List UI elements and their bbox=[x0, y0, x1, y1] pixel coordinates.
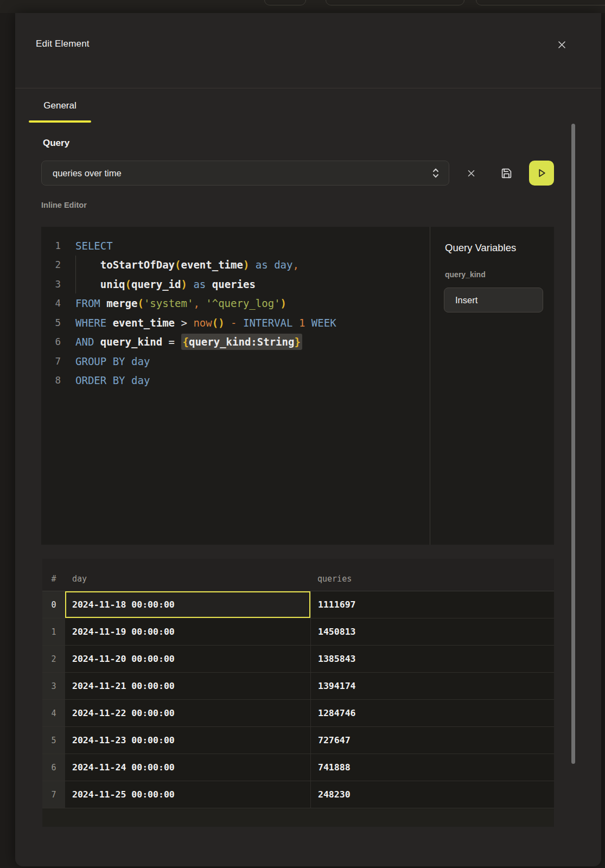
row-index: 6 bbox=[42, 754, 65, 781]
table-row: 12024-11-19 00:00:001450813 bbox=[42, 618, 554, 646]
table-row: 42024-11-22 00:00:001284746 bbox=[42, 700, 554, 727]
code-line-content: toStartOfDay(event_time) as day, bbox=[75, 259, 299, 271]
query-variables-title: Query Variables bbox=[445, 242, 516, 254]
row-index: 0 bbox=[42, 591, 65, 618]
line-number: 2 bbox=[41, 259, 61, 270]
cell-queries[interactable]: 741888 bbox=[310, 754, 554, 781]
cell-queries[interactable]: 1450813 bbox=[310, 618, 554, 645]
table-row: 62024-11-24 00:00:00741888 bbox=[42, 754, 554, 781]
code-line-7: 7GROUP BY day bbox=[41, 352, 430, 371]
code-line-1: 1SELECT bbox=[41, 236, 430, 256]
row-index: 3 bbox=[42, 673, 65, 699]
line-number: 3 bbox=[41, 279, 61, 290]
cell-day[interactable]: 2024-11-25 00:00:00 bbox=[65, 781, 310, 808]
table-header: # day queries bbox=[42, 559, 554, 591]
insert-variable-button[interactable]: Insert bbox=[444, 288, 543, 312]
row-index: 2 bbox=[42, 646, 65, 672]
background-topbar bbox=[0, 0, 605, 13]
save-query-button[interactable] bbox=[497, 164, 515, 182]
code-line-content: GROUP BY day bbox=[75, 355, 150, 367]
variable-name-label: query_kind bbox=[445, 270, 486, 279]
cell-day[interactable]: 2024-11-18 00:00:00 bbox=[65, 591, 310, 618]
modal-title: Edit Element bbox=[36, 39, 90, 49]
code-line-content: ORDER BY day bbox=[75, 374, 150, 386]
save-floppy-icon bbox=[501, 168, 512, 179]
row-index: 1 bbox=[42, 618, 65, 645]
cell-queries[interactable]: 248230 bbox=[310, 781, 554, 808]
code-line-content: FROM merge('system', '^query_log') bbox=[75, 297, 286, 309]
row-index: 7 bbox=[42, 781, 65, 808]
background-control-outline bbox=[326, 0, 464, 5]
query-select-value: queries over time bbox=[53, 168, 431, 178]
vertical-scrollbar[interactable] bbox=[571, 124, 575, 764]
cell-day[interactable]: 2024-11-21 00:00:00 bbox=[65, 673, 310, 699]
chevron-updown-icon bbox=[431, 168, 440, 178]
code-line-3: 3 uniq(query_id) as queries bbox=[41, 275, 430, 294]
code-line-content: SELECT bbox=[75, 240, 113, 252]
column-header-day[interactable]: day bbox=[65, 574, 310, 584]
table-row: 32024-11-21 00:00:001394174 bbox=[42, 673, 554, 700]
code-lines: 1SELECT2 toStartOfDay(event_time) as day… bbox=[41, 236, 430, 390]
line-number: 8 bbox=[41, 375, 61, 386]
table-row: 02024-11-18 00:00:001111697 bbox=[42, 591, 554, 618]
tab-general[interactable]: General bbox=[29, 100, 91, 111]
column-header-queries[interactable]: queries bbox=[310, 574, 554, 584]
cell-day[interactable]: 2024-11-19 00:00:00 bbox=[65, 618, 310, 645]
tab-active-underline bbox=[29, 120, 91, 123]
inline-editor-label: Inline Editor bbox=[41, 201, 87, 209]
query-variables-panel: Query Variables query_kind Insert bbox=[430, 227, 554, 545]
cell-queries[interactable]: 1111697 bbox=[310, 591, 554, 618]
code-line-8: 8ORDER BY day bbox=[41, 371, 430, 391]
background-control-outline bbox=[264, 0, 306, 5]
cell-day[interactable]: 2024-11-23 00:00:00 bbox=[65, 727, 310, 754]
line-number: 1 bbox=[41, 240, 61, 251]
column-header-index: # bbox=[42, 574, 65, 584]
edit-element-modal: Edit Element General Query queries over … bbox=[15, 13, 601, 866]
code-line-2: 2 toStartOfDay(event_time) as day, bbox=[41, 256, 430, 275]
cell-day[interactable]: 2024-11-22 00:00:00 bbox=[65, 700, 310, 726]
clear-query-button[interactable] bbox=[463, 165, 479, 181]
cell-day[interactable]: 2024-11-20 00:00:00 bbox=[65, 646, 310, 672]
play-icon bbox=[536, 168, 547, 178]
close-icon bbox=[558, 41, 566, 49]
code-line-5: 5WHERE event_time > now() - INTERVAL 1 W… bbox=[41, 313, 430, 333]
query-select[interactable]: queries over time bbox=[41, 161, 449, 186]
line-number: 4 bbox=[41, 298, 61, 309]
insert-button-label: Insert bbox=[455, 295, 477, 305]
code-line-content: WHERE event_time > now() - INTERVAL 1 WE… bbox=[75, 317, 336, 329]
cell-day[interactable]: 2024-11-24 00:00:00 bbox=[65, 754, 310, 781]
inline-editor: 1SELECT2 toStartOfDay(event_time) as day… bbox=[41, 227, 554, 545]
close-button[interactable] bbox=[555, 37, 569, 52]
clear-x-icon bbox=[468, 170, 475, 177]
table-footer-strip bbox=[42, 808, 554, 827]
results-table: # day queries 02024-11-18 00:00:00111169… bbox=[42, 559, 554, 827]
line-number: 5 bbox=[41, 317, 61, 328]
code-line-content: uniq(query_id) as queries bbox=[75, 278, 256, 290]
row-index: 4 bbox=[42, 700, 65, 726]
cell-queries[interactable]: 1385843 bbox=[310, 646, 554, 672]
query-section-heading: Query bbox=[43, 138, 69, 149]
row-index: 5 bbox=[42, 727, 65, 754]
line-number: 6 bbox=[41, 336, 61, 347]
cell-queries[interactable]: 1394174 bbox=[310, 673, 554, 699]
cell-queries[interactable]: 727647 bbox=[310, 727, 554, 754]
header-divider bbox=[15, 88, 601, 88]
line-number: 7 bbox=[41, 356, 61, 367]
table-body: 02024-11-18 00:00:00111169712024-11-19 0… bbox=[42, 591, 554, 808]
run-query-button[interactable] bbox=[529, 161, 554, 186]
code-editor[interactable]: 1SELECT2 toStartOfDay(event_time) as day… bbox=[41, 227, 430, 545]
cell-queries[interactable]: 1284746 bbox=[310, 700, 554, 726]
table-row: 72024-11-25 00:00:00248230 bbox=[42, 781, 554, 808]
table-row: 52024-11-23 00:00:00727647 bbox=[42, 727, 554, 754]
code-line-4: 4FROM merge('system', '^query_log') bbox=[41, 294, 430, 314]
code-line-content: AND query_kind = {query_kind:String} bbox=[75, 336, 302, 348]
background-control-outline bbox=[476, 0, 605, 5]
table-row: 22024-11-20 00:00:001385843 bbox=[42, 646, 554, 673]
code-line-6: 6AND query_kind = {query_kind:String} bbox=[41, 333, 430, 352]
